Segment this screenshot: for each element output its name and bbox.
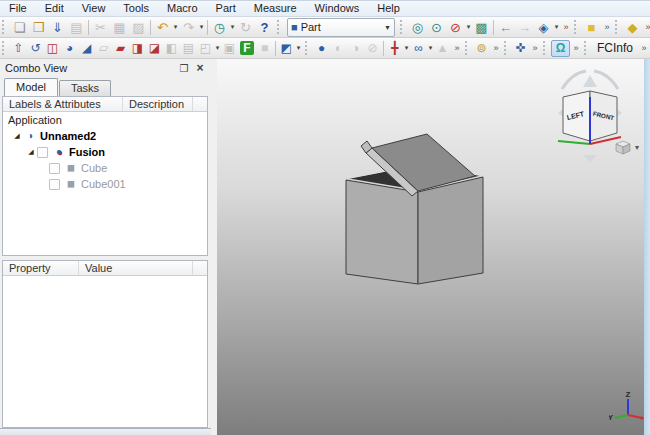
shape-builder-button[interactable]: ■ (256, 39, 273, 57)
tree-header-labels[interactable]: Labels & Attributes (3, 97, 123, 111)
manipulator-button[interactable]: ✜ (512, 39, 529, 57)
toolbar-drag-handle[interactable] (2, 20, 7, 34)
undo-button[interactable]: ↶ (153, 18, 172, 36)
toolbar-drag-handle[interactable] (584, 41, 589, 55)
measure-linear-button[interactable]: ⊚ (473, 39, 490, 57)
toolbar-overflow-button[interactable]: » (560, 22, 571, 32)
create-primitives-button[interactable]: ◆ (623, 18, 642, 36)
defeaturing-button[interactable]: ▲ (434, 39, 451, 57)
expander-icon[interactable]: ◢ (11, 132, 23, 140)
tab-model[interactable]: Model (4, 78, 58, 96)
zoom-button[interactable]: ⊙ (427, 18, 446, 36)
tab-tasks[interactable]: Tasks (59, 80, 111, 96)
toolbar-overflow-button[interactable]: » (570, 43, 581, 53)
toolbar-drag-handle[interactable] (543, 41, 548, 55)
toolbar-overflow-button[interactable]: » (529, 43, 540, 53)
menu-item-edit[interactable]: Edit (36, 1, 73, 16)
cross-sections-button[interactable]: ▤ (180, 39, 197, 57)
copy-button[interactable]: ▦ (110, 18, 129, 36)
expander-icon[interactable]: ◢ (25, 148, 37, 156)
make-face-button[interactable]: ▱ (95, 39, 112, 57)
print-button[interactable]: ▤ (67, 18, 86, 36)
boolean-button[interactable]: ● (313, 39, 330, 57)
box-primitive-button[interactable]: ■ (582, 18, 601, 36)
workbench-selector-combo[interactable]: ■Part▾ (287, 18, 395, 37)
compound-tools-button[interactable]: ◩ (278, 39, 295, 57)
axonometric-view-button[interactable]: ◈ (534, 18, 553, 36)
toolbar-drag-handle[interactable] (2, 41, 7, 55)
split-features-button[interactable]: ∞ (410, 39, 427, 57)
sweep-button[interactable]: ◪ (146, 39, 163, 57)
revolve-button[interactable]: ↺ (27, 39, 44, 57)
box-right-face[interactable] (418, 177, 483, 284)
visibility-checkbox[interactable] (49, 163, 60, 174)
menu-item-view[interactable]: View (73, 1, 115, 16)
open-document-button[interactable]: ❒ (29, 18, 48, 36)
menu-item-help[interactable]: Help (368, 1, 409, 16)
selection-view-button[interactable]: ▩ (472, 18, 491, 36)
draw-style-dropdown-arrow[interactable]: ▾ (465, 23, 472, 31)
nav-arrow-down[interactable] (583, 155, 597, 163)
menu-item-part[interactable]: Part (207, 1, 245, 16)
toolbar-drag-handle[interactable] (400, 20, 405, 34)
bool-cut-button[interactable]: ◐ (330, 39, 347, 57)
navigate-forward-button[interactable]: → (515, 18, 534, 36)
paste-button[interactable]: ▨ (129, 18, 148, 36)
nav-rotate-arrow-right[interactable] (594, 71, 618, 89)
extrude-button[interactable]: ⇧ (10, 39, 27, 57)
split-features-dropdown-arrow[interactable]: ▾ (427, 44, 434, 52)
nav-rotate-arrow-left[interactable] (562, 71, 586, 89)
redo-dropdown-arrow[interactable]: ▾ (198, 23, 205, 31)
loft-button[interactable]: ◨ (129, 39, 146, 57)
toolbar-drag-handle[interactable] (465, 41, 470, 55)
float-panel-button[interactable]: ❐ (176, 61, 192, 75)
thickness-button[interactable]: ▣ (221, 39, 238, 57)
macro-recording-dropdown-arrow[interactable]: ▾ (229, 23, 236, 31)
fcinfo-button[interactable]: FCInfo (592, 39, 638, 57)
section-button[interactable]: ◧ (163, 39, 180, 57)
fit-all-button[interactable]: ◎ (408, 18, 427, 36)
join-features-button[interactable]: ╋ (386, 39, 403, 57)
menu-item-measure[interactable]: Measure (245, 1, 306, 16)
macro-recording-button[interactable]: ◷ (210, 18, 229, 36)
navigate-back-button[interactable]: ← (496, 18, 515, 36)
refresh-button[interactable]: ↻ (236, 18, 255, 36)
check-geometry-button[interactable]: F (240, 41, 254, 55)
nav-cube-menu[interactable]: ▾ (613, 139, 639, 156)
toolbar-drag-handle[interactable] (305, 41, 310, 55)
toolbar-drag-handle[interactable] (277, 20, 282, 34)
menu-item-file[interactable]: File (0, 1, 36, 16)
tree-item-cube001[interactable]: ◼ Cube001 (3, 176, 207, 192)
compound-tools-dropdown-arrow[interactable]: ▾ (295, 44, 302, 52)
tree-item-application[interactable]: Application (3, 112, 207, 128)
nav-arrow-up[interactable] (583, 75, 597, 87)
combo-view-titlebar[interactable]: Combo View ❐ × (2, 59, 208, 77)
fillet-button[interactable]: ◕ (61, 39, 78, 57)
tree-item-document[interactable]: ◢ ◑ Unnamed2 (3, 128, 207, 144)
whats-this-button[interactable]: ? (255, 18, 274, 36)
redo-button[interactable]: ↷ (179, 18, 198, 36)
close-panel-button[interactable]: × (192, 61, 208, 75)
axonometric-view-dropdown-arrow[interactable]: ▾ (553, 23, 560, 31)
bool-intersection-button[interactable]: ⊘ (364, 39, 381, 57)
3d-viewport[interactable]: LEFT FRONT ▾ Z (217, 59, 644, 435)
draw-style-button[interactable]: ⊘ (446, 18, 465, 36)
toolbar-drag-handle[interactable] (504, 41, 509, 55)
property-header-property[interactable]: Property (3, 261, 79, 275)
nav-cube-menu-arrow[interactable]: ▾ (635, 143, 639, 152)
save-document-button[interactable]: ⇓ (48, 18, 67, 36)
toolbar-overflow-button[interactable]: » (642, 22, 650, 32)
menu-item-macro[interactable]: Macro (158, 1, 207, 16)
cut-button[interactable]: ✂ (91, 18, 110, 36)
bool-union-button[interactable]: ◑ (347, 39, 364, 57)
lock-button[interactable]: Ω (551, 40, 570, 57)
offset-button[interactable]: ◰ (197, 39, 214, 57)
tree-item-cube[interactable]: ◼ Cube (3, 160, 207, 176)
chamfer-button[interactable]: ◢ (78, 39, 95, 57)
toolbar-overflow-button[interactable]: » (490, 43, 501, 53)
tree-item-fusion[interactable]: ◢ ● Fusion (3, 144, 207, 160)
undo-dropdown-arrow[interactable]: ▾ (172, 23, 179, 31)
toolbar-overflow-button[interactable]: » (601, 22, 612, 32)
toolbar-overflow-button[interactable]: » (638, 43, 649, 53)
menu-item-windows[interactable]: Windows (306, 1, 369, 16)
